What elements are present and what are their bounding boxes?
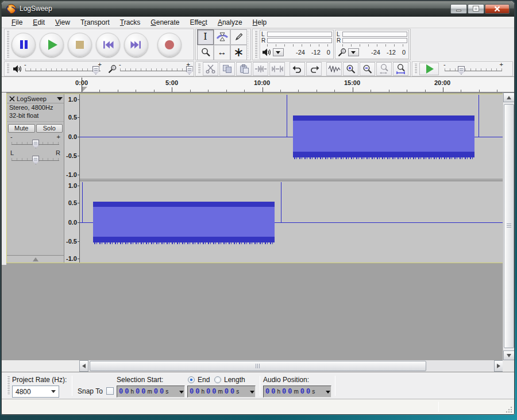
menu-help[interactable]: Help	[248, 17, 272, 28]
zoom-out-button[interactable]	[360, 62, 375, 76]
menu-transport[interactable]: Transport	[75, 17, 115, 28]
track-control-panel[interactable]: LogSweep Stereo, 4800Hz 32-bit float Mut…	[7, 94, 64, 263]
multi-tool-button[interactable]: ∗	[230, 45, 247, 60]
selection-length-radio[interactable]	[214, 376, 221, 383]
gain-max-label: +	[57, 134, 60, 140]
pan-thumb[interactable]	[32, 156, 39, 164]
input-meter-dropdown[interactable]	[348, 48, 359, 56]
paste-button[interactable]	[236, 62, 252, 76]
playback-speed-slider[interactable]: - +	[443, 62, 503, 76]
input-volume-slider[interactable]: - +	[119, 62, 190, 76]
vertical-scroll-thumb[interactable]	[504, 104, 514, 348]
scroll-left-button[interactable]	[79, 360, 88, 372]
solo-button[interactable]: Solo	[36, 124, 63, 133]
meter-toolbar-grip[interactable]	[254, 31, 257, 58]
selection-tool-button[interactable]: I	[197, 29, 214, 45]
menu-effect[interactable]: Effect	[184, 17, 212, 28]
selection-start-time[interactable]: 00h00m00s	[117, 386, 185, 398]
redo-button[interactable]	[306, 62, 322, 76]
snap-to-checkbox[interactable]	[106, 387, 114, 395]
selection-end-radio[interactable]	[188, 376, 195, 383]
timefield-dropdown-icon[interactable]	[250, 391, 254, 396]
vertical-scrollbar[interactable]	[503, 93, 514, 360]
output-meter[interactable]: L R -24-120	[260, 30, 334, 59]
track-collapse-button[interactable]	[7, 255, 64, 263]
gain-slider[interactable]: - +	[10, 134, 60, 150]
project-rate-combo[interactable]: 4800	[12, 386, 59, 398]
menu-generate[interactable]: Generate	[145, 17, 184, 28]
speed-thumb[interactable]	[458, 66, 465, 75]
envelope-tool-button[interactable]	[214, 29, 230, 45]
trim-audio-button[interactable]	[253, 62, 268, 76]
transcription-toolbar-grip[interactable]	[414, 64, 417, 74]
menu-analyze[interactable]: Analyze	[213, 17, 248, 28]
silence-audio-button[interactable]	[269, 62, 285, 76]
audacity-logo-icon	[6, 4, 16, 14]
pan-slider[interactable]: L R	[10, 151, 60, 166]
menu-view[interactable]: View	[50, 17, 75, 28]
fit-project-button[interactable]	[393, 62, 408, 76]
speaker-icon	[262, 48, 271, 56]
selection-toolbar-grip[interactable]	[7, 376, 10, 395]
menu-file[interactable]: File	[6, 17, 28, 28]
minimize-button[interactable]	[450, 4, 467, 14]
scroll-right-button[interactable]	[494, 360, 503, 372]
zoom-in-button[interactable]	[343, 62, 358, 76]
horizontal-scroll-thumb[interactable]	[90, 361, 426, 371]
maximize-button[interactable]	[468, 4, 484, 14]
audio-position-time[interactable]: 00h00m00s	[263, 386, 331, 398]
track-close-button[interactable]	[8, 95, 16, 102]
input-meter[interactable]: L R -24-120	[335, 30, 409, 59]
vertical-ruler[interactable]: 1.0 0.5 0.0 -0.5 -1.0 1.0 0.5 0.0 -0.5 -…	[64, 94, 80, 263]
play-at-speed-button[interactable]	[419, 63, 439, 75]
timeline-label: 5:00	[165, 79, 178, 86]
fit-selection-icon	[379, 64, 389, 74]
skip-to-start-button[interactable]	[96, 33, 120, 57]
resize-grip[interactable]	[506, 406, 512, 413]
scroll-up-button[interactable]	[503, 93, 515, 102]
pause-button[interactable]	[11, 33, 36, 57]
track-menu-dropdown-icon[interactable]	[57, 97, 63, 103]
audio-clip-right-channel[interactable]	[93, 202, 275, 242]
undo-button[interactable]	[290, 62, 305, 76]
sync-lock-button[interactable]	[326, 62, 342, 76]
fit-selection-button[interactable]	[376, 62, 392, 76]
play-button[interactable]	[40, 33, 64, 57]
output-volume-slider[interactable]: - +	[24, 62, 102, 76]
mixer-toolbar-grip[interactable]	[6, 64, 9, 74]
menu-edit[interactable]: Edit	[28, 17, 50, 28]
channel-right[interactable]	[80, 182, 503, 263]
draw-tool-button[interactable]	[230, 29, 247, 45]
skip-to-end-button[interactable]	[124, 33, 148, 57]
audio-clip-left-channel[interactable]	[293, 115, 474, 158]
channel-left[interactable]	[80, 94, 503, 179]
scroll-down-button[interactable]	[503, 350, 515, 360]
input-volume-thumb[interactable]	[186, 66, 193, 75]
stop-button[interactable]	[68, 33, 92, 57]
waveform-display[interactable]	[80, 94, 503, 263]
timefield-dropdown-icon[interactable]	[326, 391, 330, 396]
playhead-indicator[interactable]	[82, 87, 87, 92]
zoom-tool-button[interactable]	[197, 45, 214, 60]
record-button[interactable]	[157, 33, 182, 57]
track-title[interactable]: LogSweep	[16, 95, 57, 102]
transport-toolbar-grip[interactable]	[6, 31, 9, 58]
skip-to-start-icon	[102, 40, 114, 49]
track-area[interactable]: LogSweep Stereo, 4800Hz 32-bit float Mut…	[2, 93, 514, 360]
output-meter-dropdown[interactable]	[273, 48, 284, 56]
timeline-ruler[interactable]: 0:00 5:00 10:00 15:00 20:00	[2, 77, 514, 93]
close-button[interactable]	[485, 4, 510, 14]
timefield-dropdown-icon[interactable]	[179, 391, 184, 396]
edit-toolbar-grip[interactable]	[198, 64, 200, 74]
selection-end-time[interactable]: 00h00m00s	[187, 386, 256, 398]
output-volume-thumb[interactable]	[92, 66, 99, 75]
time-shift-tool-button[interactable]: ↔	[214, 45, 230, 60]
titlebar[interactable]: LogSweep	[2, 1, 514, 17]
copy-button[interactable]	[219, 62, 235, 76]
gain-thumb[interactable]	[32, 140, 39, 148]
mute-button[interactable]: Mute	[8, 124, 35, 133]
horizontal-scrollbar[interactable]	[79, 360, 504, 372]
tools-toolbar-grip[interactable]	[247, 31, 248, 58]
cut-button[interactable]	[203, 62, 218, 76]
menu-tracks[interactable]: Tracks	[115, 17, 146, 28]
